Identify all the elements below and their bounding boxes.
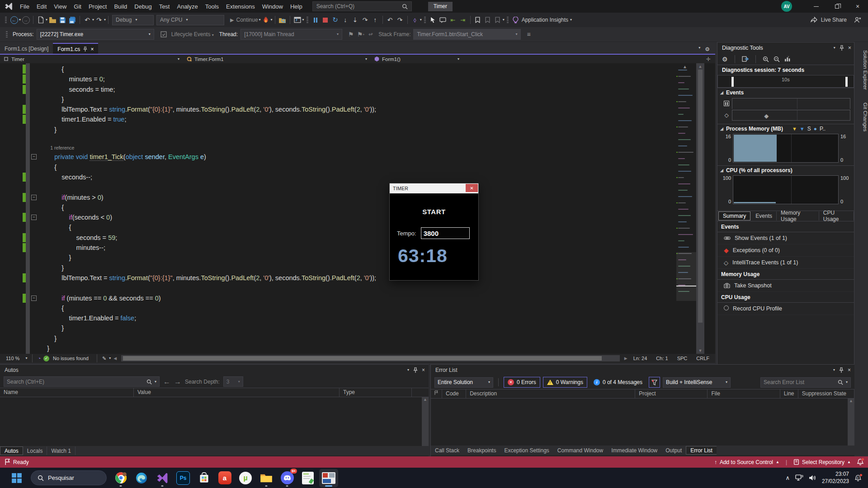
intellitest-icon[interactable]: ⬨ — [410, 14, 420, 25]
error-column-file[interactable]: File — [708, 389, 780, 398]
fold-toggle[interactable]: − — [31, 215, 37, 220]
code-line[interactable]: − private void timer1_Tick(object sender… — [0, 152, 676, 162]
panel-menu-icon[interactable]: ▾ — [833, 368, 835, 372]
export-icon[interactable] — [742, 56, 749, 62]
menu-debug[interactable]: Debug — [131, 0, 155, 13]
menu-extensions[interactable]: Extensions — [222, 0, 259, 13]
navigate-back-button[interactable]: ← — [9, 14, 19, 25]
open-file-button[interactable] — [47, 14, 57, 25]
code-editor[interactable]: { minutes = 0; seconds = time; } lblTemp… — [0, 63, 715, 354]
minimap-collapse-icon[interactable]: ▲ — [683, 64, 687, 69]
application-insights-icon[interactable] — [511, 14, 521, 25]
vertical-scrollbar[interactable]: ▲ ▼ — [696, 63, 704, 354]
lifecycle-events-dropdown[interactable]: Lifecycle Events ▾ — [171, 31, 214, 38]
menu-help[interactable]: Help — [287, 0, 306, 13]
code-line[interactable]: } — [0, 125, 676, 135]
diagnostics-timeline[interactable]: 10s — [717, 75, 854, 88]
people-icon[interactable] — [854, 17, 862, 23]
tray-clock[interactable]: 23:07 27/02/2023 — [822, 471, 849, 485]
error-list-grid[interactable]: ▲ — [431, 399, 854, 446]
tab-list-icon[interactable]: ▾ — [698, 46, 700, 52]
zoom-level-dropdown[interactable]: 110 % — [6, 356, 19, 361]
save-all-button[interactable] — [67, 14, 77, 25]
start-button[interactable] — [7, 469, 26, 487]
scroll-up-icon[interactable]: ▲ — [696, 64, 704, 69]
undo-nav-button[interactable]: ↶ — [385, 14, 395, 25]
code-line[interactable]: { — [0, 222, 676, 232]
tab-well-options-icon[interactable]: ⚙ — [705, 46, 710, 52]
live-share-label[interactable]: Live Share — [821, 17, 847, 23]
redo-button[interactable]: ↷ — [94, 14, 104, 25]
focus-assist-bell-icon[interactable]: z — [854, 474, 862, 482]
close-panel-icon[interactable]: × — [422, 367, 425, 373]
minimap-viewport[interactable] — [676, 252, 696, 301]
taskbar-app-microsoft-store[interactable] — [194, 469, 213, 487]
diag-tab-memory-usage[interactable]: Memory Usage — [777, 211, 819, 221]
autos-search-input[interactable]: Search (Ctrl+E) ▾ — [4, 376, 160, 387]
event-diamond-marker[interactable]: ◆ — [764, 113, 769, 119]
side-tab-solution-explorer[interactable]: Solution Explorer — [854, 46, 868, 94]
errors-filter-button[interactable]: ✕0 Errors — [504, 377, 540, 388]
prev-bookmark-button[interactable] — [483, 14, 493, 25]
fold-toggle[interactable]: − — [31, 154, 37, 160]
continue-button[interactable]: ▶ Continue — [229, 14, 259, 25]
code-line[interactable]: } — [0, 333, 676, 343]
messages-filter-button[interactable]: i0 of 4 Messages — [590, 377, 646, 388]
bottom-tab-autos[interactable]: Autos — [0, 446, 23, 455]
horizontal-scrollbar[interactable] — [121, 355, 620, 361]
menu-test[interactable]: Test — [156, 0, 174, 13]
code-line[interactable]: { — [0, 64, 676, 74]
application-insights-label[interactable]: Application Insights — [522, 17, 568, 23]
autos-scrollbar[interactable]: ▲ — [422, 397, 429, 446]
menu-analyze[interactable]: Analyze — [173, 0, 201, 13]
search-forward-icon[interactable]: → — [174, 378, 181, 386]
code-line[interactable]: seconds--; — [0, 172, 676, 182]
taskbar-app-chrome[interactable] — [111, 469, 130, 487]
build-filter-dropdown[interactable]: Build + IntelliSense▾ — [663, 377, 731, 388]
tab-form1-cs[interactable]: Form1.cs× — [53, 43, 98, 54]
stop-button[interactable] — [321, 14, 330, 25]
code-line[interactable]: timer1.Enabled = true; — [0, 114, 676, 124]
code-line[interactable]: minutes--; — [0, 243, 676, 253]
bottom-tab-locals[interactable]: Locals — [23, 446, 47, 455]
volume-icon[interactable] — [809, 474, 816, 481]
error-search-input[interactable]: Search Error List ▾ — [760, 377, 851, 388]
code-line[interactable]: { — [0, 303, 676, 313]
code-line[interactable]: minutes = 0; — [0, 74, 676, 84]
line-ending-indicator[interactable]: CRLF — [696, 356, 709, 361]
save-button[interactable] — [57, 14, 67, 25]
bottom-tab-immediate-window[interactable]: Immediate Window — [607, 446, 661, 455]
error-column-project[interactable]: Project — [635, 389, 708, 398]
live-share-icon[interactable] — [810, 17, 817, 23]
space-indicator[interactable]: SPC — [677, 356, 688, 361]
code-line[interactable]: } — [0, 343, 676, 353]
redo-nav-button[interactable]: ↷ — [395, 14, 405, 25]
timer-start-button[interactable]: START — [390, 208, 478, 216]
find-in-files-button[interactable] — [278, 14, 288, 25]
scrollbar-thumb[interactable] — [698, 70, 703, 323]
summary-item-show[interactable]: Show Events (1 of 1) — [717, 232, 854, 244]
intellitrace-track[interactable]: ◆ — [732, 110, 850, 121]
menu-edit[interactable]: Edit — [33, 0, 50, 13]
code-line[interactable] — [0, 182, 676, 192]
code-line[interactable]: } — [0, 323, 676, 333]
error-column-description[interactable]: Description — [466, 389, 635, 398]
taskbar-app-utorrent[interactable]: µ — [236, 469, 255, 487]
menu-window[interactable]: Window — [259, 0, 287, 13]
indent-decrease-icon[interactable]: ⇤ — [448, 14, 458, 25]
notifications-bell-icon[interactable] — [857, 459, 863, 465]
zoom-out-icon[interactable] — [774, 56, 780, 62]
side-tab-git-changes[interactable]: Git Changes — [854, 98, 868, 136]
filter-button[interactable] — [649, 377, 660, 388]
timeline-marker[interactable] — [731, 77, 734, 87]
close-panel-icon[interactable]: × — [848, 45, 851, 51]
code-line[interactable] — [0, 135, 676, 145]
bottom-tab-watch-1[interactable]: Watch 1 — [47, 446, 75, 455]
code-content[interactable]: { minutes = 0; seconds = time; } lblTemp… — [0, 64, 676, 354]
restore-button[interactable] — [826, 0, 847, 13]
split-editor-handle[interactable]: ✛ — [706, 56, 711, 62]
panel-menu-icon[interactable]: ▾ — [407, 368, 409, 372]
cursor-select-icon[interactable] — [428, 14, 438, 25]
diag-tab-summary[interactable]: Summary — [718, 211, 750, 221]
process-dropdown[interactable]: [22272] Timer.exe▾ — [37, 29, 154, 40]
